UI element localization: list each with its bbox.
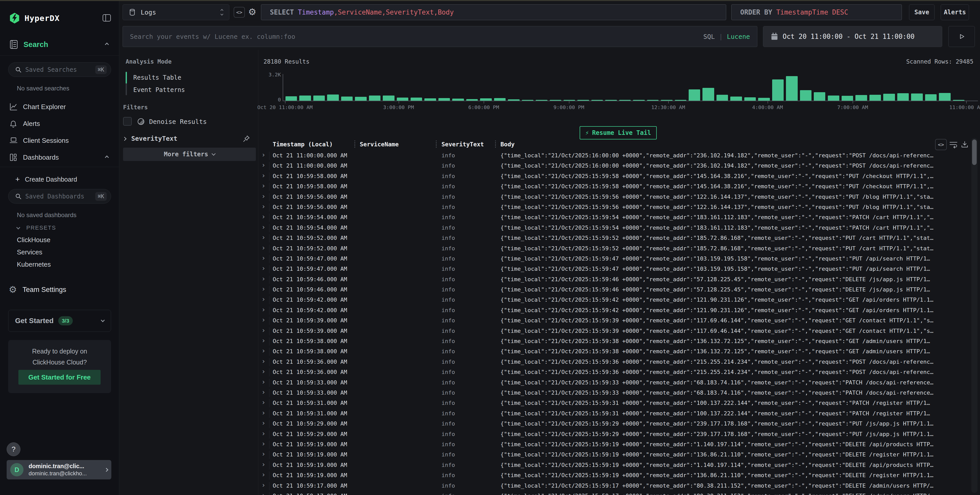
sidebar-item-chart-explorer[interactable]: Chart Explorer (9, 101, 111, 112)
histogram-bar[interactable] (786, 76, 797, 100)
more-filters-button[interactable]: More filters (123, 148, 256, 161)
row-expand-icon[interactable]: › (261, 471, 266, 478)
histogram-bar[interactable] (661, 100, 672, 100)
table-row[interactable]: ›Oct 21 10:59:31.000 AMinfo{"time_local"… (258, 409, 971, 419)
histogram-bar[interactable] (508, 99, 519, 100)
histogram-bar[interactable] (814, 92, 825, 100)
sidebar-item-search[interactable]: Search (9, 39, 111, 49)
histogram-bar[interactable] (494, 98, 506, 100)
row-expand-icon[interactable]: › (261, 192, 266, 200)
denoise-checkbox[interactable] (123, 117, 132, 126)
column-resizer[interactable] (495, 140, 496, 148)
row-expand-icon[interactable]: › (261, 275, 266, 282)
histogram-bar[interactable] (675, 100, 686, 100)
histogram-bar[interactable] (313, 95, 325, 100)
histogram-bar[interactable] (341, 97, 353, 100)
row-expand-icon[interactable]: › (261, 234, 266, 241)
row-expand-icon[interactable]: › (261, 285, 266, 293)
row-expand-icon[interactable]: › (261, 337, 266, 344)
table-row[interactable]: ›Oct 21 10:59:52.000 AMinfo{"time_local"… (258, 233, 971, 244)
table-row[interactable]: ›Oct 21 10:59:17.000 AMinfo{"time_local"… (258, 491, 971, 495)
histogram-bar[interactable] (744, 97, 756, 100)
histogram-bar[interactable] (397, 97, 408, 100)
table-row[interactable]: ›Oct 21 10:59:58.000 AMinfo{"time_local"… (258, 171, 971, 181)
histogram-bar[interactable] (939, 93, 950, 100)
table-row[interactable]: ›Oct 21 10:59:47.000 AMinfo{"time_local"… (258, 264, 971, 274)
histogram-bar[interactable] (619, 100, 631, 100)
help-button[interactable]: ? (6, 442, 21, 456)
histogram-bar[interactable] (702, 88, 714, 100)
saved-dashboards-search[interactable]: ⌘K (8, 189, 111, 204)
row-expand-icon[interactable]: › (261, 316, 266, 324)
settings-gear-button[interactable]: ⚙ (247, 6, 258, 18)
table-row[interactable]: ›Oct 21 10:59:39.000 AMinfo{"time_local"… (258, 326, 971, 336)
row-expand-icon[interactable]: › (261, 430, 266, 437)
scrollbar-thumb[interactable] (972, 140, 977, 165)
event-search-input[interactable] (130, 33, 703, 40)
row-expand-icon[interactable]: › (261, 388, 266, 396)
histogram-bar[interactable] (716, 95, 728, 100)
histogram-bar[interactable] (563, 100, 575, 100)
sidebar-item-client-sessions[interactable]: Client Sessions (9, 135, 111, 146)
histogram-bar[interactable] (647, 100, 659, 100)
order-by-input[interactable]: ORDER BY TimestampTime DESC (731, 4, 902, 20)
alerts-button[interactable]: Alerts (941, 4, 969, 20)
table-row[interactable]: ›Oct 21 10:59:33.000 AMinfo{"time_local"… (258, 388, 971, 398)
row-expand-icon[interactable]: › (261, 326, 266, 334)
table-row[interactable]: ›Oct 21 10:59:46.000 AMinfo{"time_local"… (258, 275, 971, 285)
histogram-bar[interactable] (383, 95, 394, 100)
source-select[interactable]: Logs (123, 4, 229, 20)
language-toggle-lucene[interactable]: Lucene (727, 33, 750, 40)
wrap-lines-button[interactable] (948, 140, 959, 149)
sidebar-collapse-button[interactable] (101, 13, 112, 23)
table-row[interactable]: ›Oct 21 10:59:42.000 AMinfo{"time_local"… (258, 306, 971, 316)
table-row[interactable]: ›Oct 21 10:59:36.000 AMinfo{"time_local"… (258, 367, 971, 377)
histogram-bar[interactable] (369, 95, 380, 100)
event-search-bar[interactable]: SQL | Lucene (123, 26, 757, 47)
histogram-bar[interactable] (800, 90, 811, 100)
row-expand-icon[interactable]: › (261, 378, 266, 386)
sidebar-item-kubernetes[interactable]: Kubernetes (17, 261, 51, 269)
histogram-bar[interactable] (758, 98, 770, 100)
row-expand-icon[interactable]: › (261, 481, 266, 489)
code-view-button[interactable]: <> (234, 7, 245, 18)
row-expand-icon[interactable]: › (261, 264, 266, 272)
histogram-bar[interactable] (285, 96, 297, 100)
table-row[interactable]: ›Oct 21 10:59:38.000 AMinfo{"time_local"… (258, 347, 971, 357)
histogram-bar[interactable] (911, 94, 923, 100)
row-expand-icon[interactable]: › (261, 151, 266, 159)
row-expand-icon[interactable]: › (261, 460, 266, 468)
table-row[interactable]: ›Oct 21 10:59:31.000 AMinfo{"time_local"… (258, 398, 971, 408)
histogram-bar[interactable] (327, 94, 339, 100)
histogram-bar[interactable] (452, 99, 464, 100)
get-started-dropdown[interactable]: Get Started 3/3 (8, 310, 111, 332)
severity-filter-group[interactable]: SeverityText (131, 135, 177, 142)
saved-dashboards-input[interactable] (25, 193, 95, 200)
table-row[interactable]: ›Oct 21 10:59:19.000 AMinfo{"time_local"… (258, 450, 971, 460)
histogram-bar[interactable] (299, 95, 311, 100)
column-header-body[interactable]: Body (501, 141, 514, 148)
row-expand-icon[interactable]: › (261, 492, 266, 495)
row-expand-icon[interactable]: › (261, 295, 266, 303)
table-row[interactable]: ›Oct 21 10:59:42.000 AMinfo{"time_local"… (258, 295, 971, 305)
table-row[interactable]: ›Oct 21 10:59:39.000 AMinfo{"time_local"… (258, 316, 971, 326)
histogram-bar[interactable] (953, 100, 964, 100)
histogram-bar[interactable] (605, 100, 617, 100)
table-row[interactable]: ›Oct 21 11:00:00.000 AMinfo{"time_local"… (258, 151, 971, 161)
histogram-bar[interactable] (480, 98, 492, 100)
histogram-bar[interactable] (536, 100, 547, 100)
row-expand-icon[interactable]: › (261, 450, 266, 458)
table-row[interactable]: ›Oct 21 10:59:33.000 AMinfo{"time_local"… (258, 378, 971, 388)
row-expand-icon[interactable]: › (261, 398, 266, 406)
sidebar-item-alerts[interactable]: Alerts (9, 118, 111, 129)
table-row[interactable]: ›Oct 21 10:59:19.000 AMinfo{"time_local"… (258, 460, 971, 471)
chevron-right-icon[interactable] (123, 137, 127, 141)
histogram-bar[interactable] (855, 95, 867, 100)
row-expand-icon[interactable]: › (261, 306, 266, 314)
histogram-bar[interactable] (897, 93, 909, 100)
sidebar-item-team-settings[interactable]: ⚙ Team Settings (9, 284, 66, 295)
get-started-for-free-button[interactable]: Get Started for Free (18, 370, 100, 385)
column-header-servicename[interactable]: ServiceName (360, 141, 399, 148)
save-button[interactable]: Save (909, 4, 935, 20)
row-expand-icon[interactable]: › (261, 254, 266, 262)
